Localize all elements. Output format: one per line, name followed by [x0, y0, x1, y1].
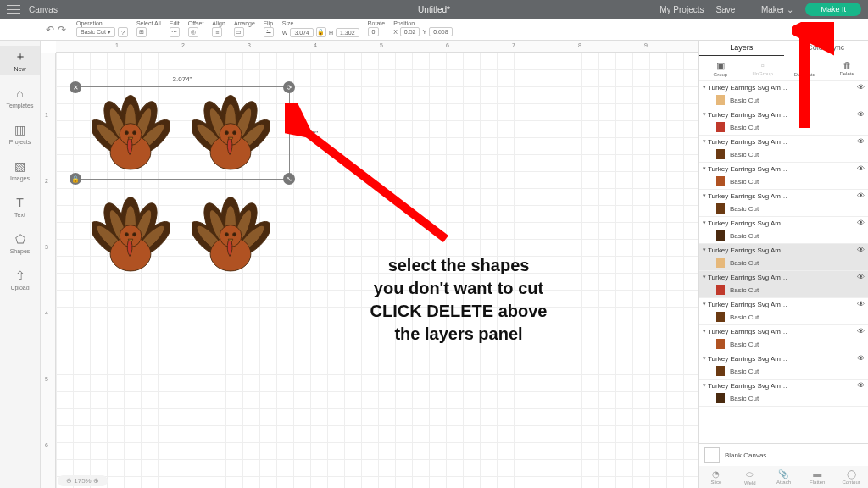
duplicate-button[interactable]: ⧉Duplicate: [784, 56, 826, 80]
layer-item[interactable]: ▾Turkey Earrings Svg Am…👁Basic Cut: [699, 81, 868, 108]
visibility-icon[interactable]: 👁: [857, 354, 865, 363]
save-link[interactable]: Save: [716, 5, 736, 14]
layer-item[interactable]: ▾Turkey Earrings Svg Am…👁Basic Cut: [699, 380, 868, 407]
layer-sublayer[interactable]: Basic Cut: [699, 120, 868, 135]
tab-layers[interactable]: Layers: [699, 41, 784, 56]
chevron-down-icon[interactable]: ▾: [703, 192, 706, 199]
visibility-icon[interactable]: 👁: [857, 381, 865, 390]
redo-button[interactable]: ↷: [58, 24, 66, 36]
zoom-out-icon[interactable]: ⊖: [66, 477, 72, 485]
width-input[interactable]: 3.074: [290, 28, 314, 37]
select-all-button[interactable]: ⊞: [136, 27, 147, 37]
visibility-icon[interactable]: 👁: [857, 164, 865, 173]
rotate-handle-icon[interactable]: ⟳: [283, 81, 295, 93]
layer-item[interactable]: ▾Turkey Earrings Svg Am…👁Basic Cut: [699, 190, 868, 217]
layer-item[interactable]: ▾Turkey Earrings Svg Am…👁Basic Cut: [699, 271, 868, 298]
turkey-shape[interactable]: [192, 195, 270, 278]
hamburger-icon[interactable]: [7, 3, 20, 15]
visibility-icon[interactable]: 👁: [857, 110, 865, 119]
layer-sublayer[interactable]: Basic Cut: [699, 202, 868, 216]
layer-item[interactable]: ▾Turkey Earrings Svg Am…👁Basic Cut: [699, 136, 868, 163]
layer-sublayer[interactable]: Basic Cut: [699, 256, 868, 270]
ungroup-button[interactable]: ▫UnGroup: [742, 56, 784, 80]
resize-handle-icon[interactable]: ⤡: [283, 173, 295, 185]
tool-projects[interactable]: ▥Projects: [0, 119, 40, 148]
layer-sublayer[interactable]: Basic Cut: [699, 391, 868, 406]
turkey-shape[interactable]: [92, 93, 170, 176]
blank-canvas-row[interactable]: Blank Canvas: [699, 444, 868, 466]
delete-handle-icon[interactable]: ✕: [70, 81, 81, 93]
visibility-icon[interactable]: 👁: [857, 137, 865, 146]
layer-item[interactable]: ▾Turkey Earrings Svg Am…👁Basic Cut: [699, 108, 868, 136]
visibility-icon[interactable]: 👁: [857, 273, 865, 281]
chevron-down-icon[interactable]: ▾: [703, 328, 706, 335]
layer-sublayer[interactable]: Basic Cut: [699, 283, 868, 297]
attach-button[interactable]: 📎Attach: [767, 466, 801, 488]
delete-button[interactable]: 🗑Delete: [826, 56, 868, 80]
turkey-shape[interactable]: [92, 195, 170, 278]
layer-item[interactable]: ▾Turkey Earrings Svg Am…👁Basic Cut: [699, 163, 868, 190]
chevron-down-icon[interactable]: ▾: [703, 84, 706, 91]
align-button[interactable]: ≡: [212, 27, 222, 37]
tool-new[interactable]: ＋New: [0, 46, 40, 75]
canvas-area[interactable]: 12345678910 12345678910 ✕ ⟳ 🔒 ⤡ 3.074" 1…: [41, 41, 698, 488]
layer-item[interactable]: ▾Turkey Earrings Svg Am…👁Basic Cut: [699, 325, 868, 352]
layer-item[interactable]: ▾Turkey Earrings Svg Am…👁Basic Cut: [699, 217, 868, 244]
tab-color-sync[interactable]: Color Sync: [784, 41, 869, 56]
chevron-down-icon[interactable]: ▾: [703, 274, 706, 280]
layer-sublayer[interactable]: Basic Cut: [699, 337, 868, 352]
pos-x-input[interactable]: 0.52: [400, 27, 420, 36]
layer-sublayer[interactable]: Basic Cut: [699, 364, 868, 379]
arrange-button[interactable]: ▭: [234, 27, 244, 37]
layer-sublayer[interactable]: Basic Cut: [699, 93, 868, 108]
canvas[interactable]: ✕ ⟳ 🔒 ⤡ 3.074" 1.302" select the shapes …: [56, 53, 698, 488]
operation-select[interactable]: Basic Cut ▾: [76, 27, 115, 37]
height-input[interactable]: 1.302: [336, 28, 359, 37]
chevron-down-icon[interactable]: ▾: [703, 138, 706, 145]
chevron-down-icon[interactable]: ▾: [703, 219, 706, 226]
machine-selector[interactable]: Maker ⌄: [761, 5, 794, 14]
lock-handle-icon[interactable]: 🔒: [70, 173, 81, 185]
visibility-icon[interactable]: 👁: [857, 246, 865, 254]
layer-item[interactable]: ▾Turkey Earrings Svg Am…👁Basic Cut: [699, 244, 868, 271]
tool-upload[interactable]: ⇧Upload: [0, 264, 40, 294]
flip-button[interactable]: ⇋: [264, 27, 274, 37]
visibility-icon[interactable]: 👁: [857, 83, 865, 92]
make-it-button[interactable]: Make It: [805, 3, 861, 16]
group-button[interactable]: ▣Group: [699, 56, 742, 80]
turkey-shape[interactable]: [192, 93, 270, 176]
layer-sublayer[interactable]: Basic Cut: [699, 175, 868, 189]
tool-shapes[interactable]: ⬠Shapes: [0, 228, 40, 258]
layer-item[interactable]: ▾Turkey Earrings Svg Am…👁Basic Cut: [699, 352, 868, 380]
visibility-icon[interactable]: 👁: [857, 191, 865, 200]
edit-button[interactable]: ⋯: [170, 27, 180, 37]
tool-text[interactable]: TText: [0, 191, 40, 221]
pos-y-input[interactable]: 0.668: [429, 27, 453, 36]
my-projects-link[interactable]: My Projects: [659, 5, 704, 14]
chevron-down-icon[interactable]: ▾: [703, 355, 706, 362]
chevron-down-icon[interactable]: ▾: [703, 165, 706, 172]
weld-button[interactable]: ⬭Weld: [733, 466, 767, 488]
zoom-in-icon[interactable]: ⊕: [93, 477, 99, 485]
lock-aspect-icon[interactable]: 🔒: [316, 27, 326, 37]
rotate-input[interactable]: 0: [368, 27, 380, 36]
visibility-icon[interactable]: 👁: [857, 300, 865, 308]
layer-sublayer[interactable]: Basic Cut: [699, 229, 868, 243]
slice-button[interactable]: ◔Slice: [699, 466, 733, 488]
visibility-icon[interactable]: 👁: [857, 219, 865, 227]
chevron-down-icon[interactable]: ▾: [703, 111, 706, 118]
chevron-down-icon[interactable]: ▾: [703, 382, 706, 389]
layer-sublayer[interactable]: Basic Cut: [699, 147, 868, 162]
undo-button[interactable]: ↶: [46, 24, 54, 36]
contour-button[interactable]: ◯Contour: [834, 466, 868, 488]
zoom-indicator[interactable]: ⊖ 175% ⊕: [58, 475, 108, 486]
layer-sublayer[interactable]: Basic Cut: [699, 310, 868, 324]
chevron-down-icon[interactable]: ▾: [703, 301, 706, 308]
tool-templates[interactable]: ⌂Templates: [0, 82, 40, 112]
chevron-down-icon[interactable]: ▾: [703, 247, 706, 253]
layer-item[interactable]: ▾Turkey Earrings Svg Am…👁Basic Cut: [699, 298, 868, 325]
visibility-icon[interactable]: 👁: [857, 327, 865, 336]
flatten-button[interactable]: ▬Flatten: [800, 466, 834, 488]
tool-images[interactable]: ▧Images: [0, 155, 40, 185]
offset-button[interactable]: ◎: [188, 27, 198, 37]
